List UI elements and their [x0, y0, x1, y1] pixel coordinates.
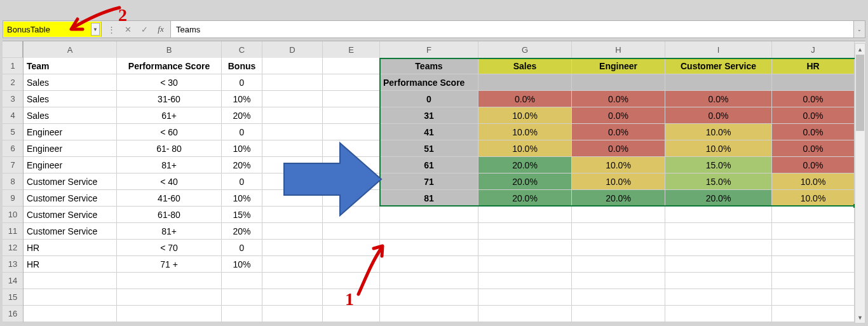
cell[interactable]: [262, 74, 323, 91]
cell[interactable]: 10.0%: [572, 157, 665, 173]
cell[interactable]: [478, 240, 572, 256]
col-header[interactable]: B: [117, 41, 222, 58]
cell[interactable]: 10.0%: [478, 107, 572, 124]
cell[interactable]: [772, 207, 855, 223]
cell[interactable]: Bonus: [222, 58, 262, 74]
cell[interactable]: [665, 306, 772, 322]
scroll-thumb[interactable]: [856, 55, 864, 131]
select-all-corner[interactable]: [3, 41, 23, 58]
cell[interactable]: 10.0%: [772, 173, 855, 190]
cell[interactable]: 20.0%: [665, 190, 772, 207]
formula-input[interactable]: [171, 21, 853, 37]
row-header[interactable]: 4: [3, 107, 23, 124]
col-header[interactable]: C: [222, 41, 262, 58]
cell[interactable]: Customer Service: [24, 223, 117, 240]
row-header[interactable]: 6: [3, 140, 23, 157]
cell[interactable]: 81+: [117, 157, 222, 173]
cell[interactable]: [262, 107, 323, 124]
cell[interactable]: < 70: [117, 240, 222, 256]
cell[interactable]: HR: [24, 240, 117, 256]
cell[interactable]: 10.0%: [478, 140, 572, 157]
cell[interactable]: [572, 256, 665, 273]
cell[interactable]: [478, 74, 572, 91]
cell[interactable]: 0: [222, 240, 262, 256]
cell[interactable]: [665, 223, 772, 240]
cell[interactable]: [572, 306, 665, 322]
cell[interactable]: [380, 256, 478, 273]
cell[interactable]: [24, 273, 117, 289]
cell[interactable]: [117, 273, 222, 289]
cell[interactable]: 71 +: [117, 256, 222, 273]
cell[interactable]: 0.0%: [665, 107, 772, 124]
row-header[interactable]: 16: [3, 306, 23, 322]
cell[interactable]: [772, 256, 855, 273]
cell[interactable]: [262, 240, 323, 256]
cell[interactable]: [323, 223, 380, 240]
cell[interactable]: [117, 289, 222, 306]
cell[interactable]: [478, 223, 572, 240]
cell[interactable]: Customer Service: [665, 58, 772, 74]
col-header[interactable]: G: [478, 41, 572, 58]
cell[interactable]: 0: [222, 74, 262, 91]
cell[interactable]: [380, 223, 478, 240]
cell[interactable]: [222, 306, 262, 322]
cell[interactable]: Sales: [24, 74, 117, 91]
cell[interactable]: [572, 289, 665, 306]
cell[interactable]: [572, 240, 665, 256]
cell[interactable]: [323, 273, 380, 289]
cell[interactable]: Engineer: [24, 140, 117, 157]
cell[interactable]: Performance Score: [117, 58, 222, 74]
row-header[interactable]: 15: [3, 289, 23, 306]
cell[interactable]: Engineer: [572, 58, 665, 74]
cell[interactable]: 0: [222, 173, 262, 190]
cell[interactable]: 15.0%: [665, 173, 772, 190]
cell[interactable]: [323, 91, 380, 107]
col-header[interactable]: H: [572, 41, 665, 58]
cell[interactable]: 10%: [222, 190, 262, 207]
cell[interactable]: [262, 256, 323, 273]
cell[interactable]: 81+: [117, 223, 222, 240]
cell[interactable]: [665, 289, 772, 306]
cell[interactable]: [478, 289, 572, 306]
cell[interactable]: 10.0%: [572, 173, 665, 190]
cell[interactable]: Performance Score: [380, 74, 478, 91]
cell[interactable]: < 30: [117, 74, 222, 91]
cell[interactable]: [262, 124, 323, 140]
cell[interactable]: 61-80: [117, 207, 222, 223]
row-header[interactable]: 9: [3, 190, 23, 207]
cell[interactable]: [323, 107, 380, 124]
cancel-icon[interactable]: ✕: [122, 25, 133, 34]
col-header[interactable]: J: [772, 41, 855, 58]
cell[interactable]: [262, 58, 323, 74]
cell[interactable]: 20%: [222, 157, 262, 173]
row-header[interactable]: 3: [3, 91, 23, 107]
name-box-dropdown[interactable]: ▼: [91, 23, 100, 36]
cell[interactable]: 71: [380, 173, 478, 190]
cell[interactable]: [323, 240, 380, 256]
cell[interactable]: 61: [380, 157, 478, 173]
cell[interactable]: 31-60: [117, 91, 222, 107]
cell[interactable]: [323, 190, 380, 207]
cell[interactable]: [262, 273, 323, 289]
cell[interactable]: [772, 289, 855, 306]
cell[interactable]: [478, 256, 572, 273]
cell[interactable]: [222, 273, 262, 289]
cell[interactable]: 10%: [222, 140, 262, 157]
cell[interactable]: < 40: [117, 173, 222, 190]
cell[interactable]: [323, 74, 380, 91]
cell[interactable]: [262, 157, 323, 173]
cell[interactable]: 51: [380, 140, 478, 157]
cell[interactable]: [262, 306, 323, 322]
cell[interactable]: 10.0%: [772, 190, 855, 207]
cell[interactable]: Customer Service: [24, 190, 117, 207]
cell[interactable]: [262, 289, 323, 306]
formula-expand-icon[interactable]: ⌄: [853, 21, 865, 37]
cell[interactable]: 0.0%: [772, 157, 855, 173]
row-header[interactable]: 10: [3, 207, 23, 223]
cell[interactable]: 61+: [117, 107, 222, 124]
cell[interactable]: [772, 273, 855, 289]
cell[interactable]: [117, 306, 222, 322]
cell[interactable]: [665, 273, 772, 289]
cell[interactable]: 0.0%: [772, 124, 855, 140]
cell[interactable]: [262, 223, 323, 240]
